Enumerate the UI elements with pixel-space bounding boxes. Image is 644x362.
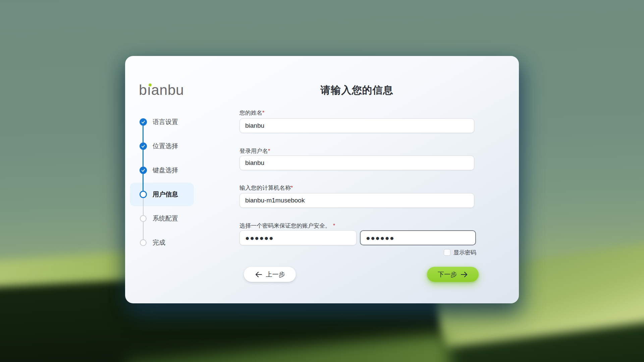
- step-check-icon: [140, 142, 147, 150]
- step-system-config-label: 系统配置: [153, 214, 178, 223]
- step-language-label: 语言设置: [153, 117, 178, 127]
- step-current-circle-icon: [140, 191, 147, 198]
- username-label: 登录用户名*: [239, 147, 270, 155]
- arrow-right-icon: [461, 272, 468, 278]
- required-asterisk: *: [262, 110, 264, 116]
- hostname-label: 输入您的计算机名称*: [239, 184, 293, 192]
- full-name-input[interactable]: [239, 118, 474, 133]
- next-step-button[interactable]: 下一步: [427, 267, 479, 282]
- username-input[interactable]: [239, 156, 474, 170]
- installer-screen: bıanbu 语言设置 位置选择 键盘选择 用户信息 系统配置 完: [0, 0, 644, 362]
- setup-stepper: 语言设置 位置选择 键盘选择 用户信息 系统配置 完成: [125, 56, 236, 303]
- password-label-text: 选择一个密码来保证您的账户安全。: [239, 223, 331, 229]
- page-title: 请输入您的信息: [239, 83, 474, 97]
- arrow-left-icon: [255, 272, 262, 278]
- hostname-label-text: 输入您的计算机名称: [239, 185, 291, 191]
- step-user-info-label: 用户信息: [153, 190, 178, 199]
- required-asterisk: *: [268, 148, 270, 154]
- password-label: 选择一个密码来保证您的账户安全。*: [239, 222, 335, 230]
- username-label-text: 登录用户名: [239, 148, 268, 154]
- step-check-icon: [140, 118, 147, 126]
- password-confirm-input[interactable]: [360, 230, 476, 245]
- password-input[interactable]: [239, 230, 357, 245]
- step-keyboard-label: 键盘选择: [153, 166, 178, 175]
- step-pending-circle-icon: [140, 239, 147, 246]
- step-finish-label: 完成: [153, 238, 165, 247]
- full-name-label-text: 您的姓名: [239, 110, 262, 116]
- show-password-label: 显示密码: [453, 249, 476, 256]
- step-check-icon: [140, 167, 147, 174]
- installer-card: bıanbu 语言设置 位置选择 键盘选择 用户信息 系统配置 完: [125, 56, 519, 303]
- step-pending-circle-icon: [140, 215, 147, 222]
- required-asterisk: *: [291, 185, 293, 191]
- full-name-label: 您的姓名*: [239, 109, 264, 117]
- show-password-checkbox[interactable]: [444, 249, 450, 256]
- hostname-input[interactable]: [239, 193, 474, 208]
- required-asterisk: *: [333, 223, 335, 229]
- step-location-label: 位置选择: [153, 141, 178, 151]
- stepper-line-completed: [143, 122, 144, 194]
- previous-step-button-label: 上一步: [266, 270, 285, 279]
- show-password-row: 显示密码: [239, 249, 476, 256]
- previous-step-button[interactable]: 上一步: [244, 267, 296, 282]
- next-step-button-label: 下一步: [438, 270, 457, 279]
